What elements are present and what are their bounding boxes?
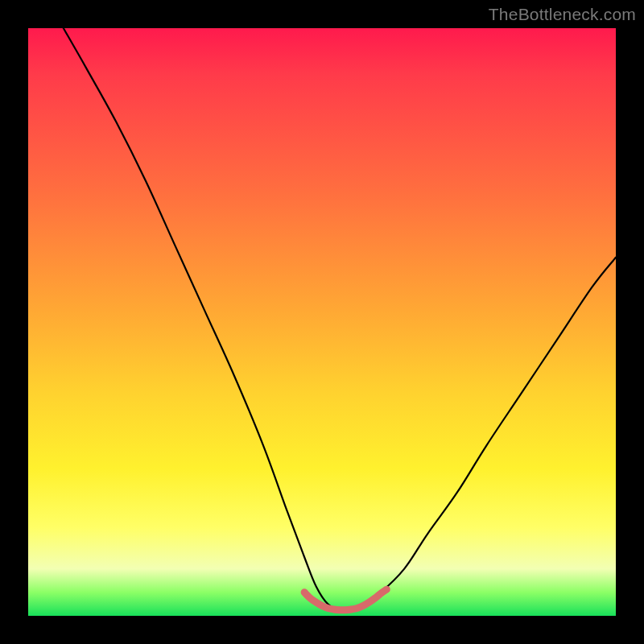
curve-layer (28, 28, 616, 616)
bottleneck-curve (64, 28, 616, 611)
optimal-flat-region (304, 589, 386, 610)
watermark-text: TheBottleneck.com (489, 5, 636, 24)
chart-frame: TheBottleneck.com (0, 0, 644, 644)
plot-area (28, 28, 616, 616)
